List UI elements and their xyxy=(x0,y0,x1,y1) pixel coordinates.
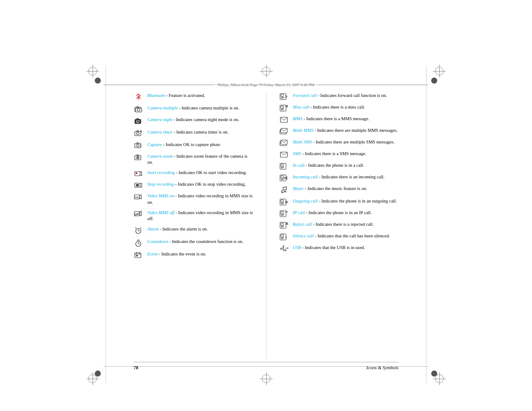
term-label: Alarm xyxy=(147,227,159,231)
svg-rect-68 xyxy=(281,106,283,108)
item-description: Stop recording - Indicates OK to stop vi… xyxy=(147,181,253,187)
reg-mark-top-right xyxy=(435,67,444,75)
countdown-icon xyxy=(134,239,143,247)
term-label: Reject call xyxy=(293,222,312,227)
term-label: In call xyxy=(293,163,305,168)
svg-line-102 xyxy=(283,187,286,187)
svg-marker-111 xyxy=(287,201,288,203)
svg-rect-107 xyxy=(281,200,283,202)
reg-mark-top-left xyxy=(88,67,97,75)
start-recording-icon xyxy=(134,170,143,177)
desc-text: - Indicates that the call has been silen… xyxy=(314,234,390,238)
item-description: Video MMS off - Indicates video recordin… xyxy=(147,210,253,222)
term-label: Forward call xyxy=(293,93,317,98)
svg-line-53 xyxy=(140,227,141,228)
camera-multiple-icon xyxy=(134,106,143,112)
desc-text: - Indicates the countdown function is on… xyxy=(168,239,243,244)
desc-text: - Indicates camera multiple is on. xyxy=(178,106,240,110)
music-icon xyxy=(279,186,289,194)
ip-call-icon: IP xyxy=(279,210,289,217)
desc-text: - Indicates there are multiple MMS messa… xyxy=(314,128,398,133)
svg-line-39 xyxy=(140,195,141,196)
term-label: Bluetooth xyxy=(147,93,165,98)
svg-rect-64 xyxy=(281,94,283,97)
page-title: Icons & Symbols xyxy=(366,365,398,370)
term-label: Multi MMS xyxy=(293,128,314,133)
item-description: Camera zoom - Indicates zoom feature of … xyxy=(147,153,253,165)
svg-rect-132 xyxy=(280,248,282,249)
svg-line-89 xyxy=(280,152,284,155)
desc-text: - Indicates the phone is in a call. xyxy=(305,163,364,168)
term-label: USB xyxy=(293,245,301,250)
item-description: Music - Indicates the music feature is o… xyxy=(293,186,399,192)
page-content: Bluetooth - Feature is activated. Camera… xyxy=(134,93,398,359)
dot-mark-top-left xyxy=(95,78,101,84)
item-description: USB - Indicates that the USB is in used. xyxy=(293,245,399,251)
list-item: MMS Video MMS on - Indicates video recor… xyxy=(134,193,253,205)
right-column: Forward call - Indicates forward call fu… xyxy=(279,93,399,263)
left-column: Bluetooth - Feature is activated. Camera… xyxy=(134,93,253,263)
term-label: Camera multiple xyxy=(147,106,178,110)
desc-text: - Indicates there is a miss call. xyxy=(309,105,365,109)
term-label: Start recording xyxy=(147,170,175,175)
item-description: Camera timer - Indicates camera timer is… xyxy=(147,129,253,135)
svg-rect-92 xyxy=(281,164,283,166)
list-item: Forward call - Indicates forward call fu… xyxy=(279,93,399,100)
list-item: Outgoing call - Indicates the phone is i… xyxy=(279,198,399,206)
svg-marker-134 xyxy=(283,246,284,247)
term-label: MMS xyxy=(293,116,303,121)
camera-zoom-icon xyxy=(134,154,143,162)
list-item: Incoming call - Indicates there is an in… xyxy=(279,174,399,181)
svg-line-90 xyxy=(284,152,287,155)
desc-text: - Indicates OK to start video recording. xyxy=(175,170,247,175)
svg-line-75 xyxy=(284,117,287,120)
svg-rect-34 xyxy=(136,184,139,187)
item-description: Incoming call - Indicates there is an in… xyxy=(293,174,399,180)
list-item: In call - Indicates the phone is in a ca… xyxy=(279,162,399,170)
list-item: Stop recording - Indicates OK to stop vi… xyxy=(134,181,253,189)
miss-call-icon xyxy=(279,105,289,112)
svg-marker-100 xyxy=(284,177,285,179)
svg-rect-114 xyxy=(281,212,283,214)
term-label: Incoming call xyxy=(293,174,318,179)
item-description: Multi SMS - Indicates there are multiple… xyxy=(293,139,399,145)
svg-line-35 xyxy=(140,183,142,184)
item-description: Camera multiple - Indicates camera multi… xyxy=(147,105,253,111)
term-label: Music xyxy=(293,186,304,191)
item-description: Multi MMS - Indicates there are multiple… xyxy=(293,128,399,134)
item-description: Video MMS on - Indicates video recording… xyxy=(147,193,253,205)
list-item: Countdown - Indicates the countdown func… xyxy=(134,239,253,247)
multi-mms-icon xyxy=(279,128,289,135)
bluetooth-icon xyxy=(134,93,143,101)
svg-point-105 xyxy=(284,191,286,192)
desc-text: - Indicates the music feature is on. xyxy=(304,186,367,191)
list-item: Camera multiple - Indicates camera multi… xyxy=(134,105,253,112)
desc-text: - Indicates there is a SMS message. xyxy=(301,151,367,156)
mms-icon xyxy=(279,116,289,123)
incoming-call-icon xyxy=(279,174,289,181)
list-item: 8 Silence call - Indicates that the call… xyxy=(279,233,399,240)
svg-marker-136 xyxy=(288,247,288,249)
list-item: IP IP call - Indicates the phone is in a… xyxy=(279,210,399,217)
item-description: Outgoing call - Indicates the phone is i… xyxy=(293,198,399,204)
term-label: Video MMS on xyxy=(147,193,174,198)
page-number: 78 xyxy=(134,365,138,370)
desc-text: - Indicates that the USB is in used. xyxy=(301,245,365,250)
reg-mark-bottom-mid xyxy=(262,374,271,383)
in-call-icon xyxy=(279,163,289,170)
item-description: IP call - Indicates the phone is in an I… xyxy=(293,210,399,216)
item-description: Capture - Indicates OK to capture photo xyxy=(147,142,253,148)
term-label: Camera night xyxy=(147,117,172,122)
reg-mark-top-mid xyxy=(262,67,271,75)
term-label: Camera zoom xyxy=(147,154,173,159)
list-item: Reject call - Indicates there is a rejec… xyxy=(279,221,399,229)
svg-point-16 xyxy=(137,132,139,135)
dot-mark-bottom-right xyxy=(431,371,437,377)
svg-text:MMS: MMS xyxy=(135,196,140,199)
dot-mark-bottom-left xyxy=(95,371,101,377)
two-column-layout: Bluetooth - Feature is activated. Camera… xyxy=(134,93,398,263)
desc-text: - Feature is activated. xyxy=(165,93,205,98)
svg-line-31 xyxy=(140,175,142,176)
item-description: SMS - Indicates there is a SMS message. xyxy=(293,151,399,157)
outgoing-call-icon xyxy=(279,199,289,206)
